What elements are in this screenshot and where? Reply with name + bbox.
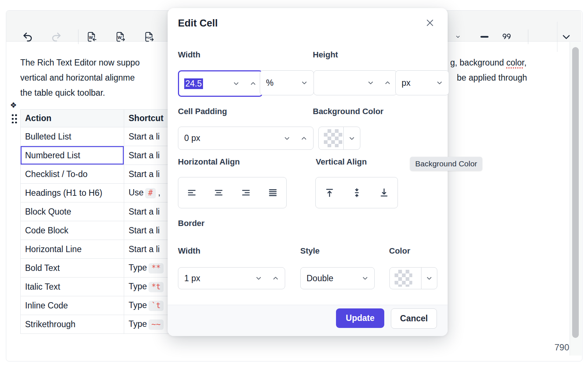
shortcut-code-chip: # <box>145 188 156 198</box>
decrement-icon[interactable] <box>255 275 262 282</box>
chevron-down-icon <box>349 135 355 142</box>
border-style-value: Double <box>307 273 333 283</box>
height-label: Height <box>313 50 338 60</box>
rich-text-editor-app: W W PDF <box>0 0 588 371</box>
cell-action[interactable]: Strikethrough <box>21 315 124 334</box>
shortcut-text: Start a li <box>129 169 160 179</box>
border-width-label: Width <box>178 246 200 256</box>
shortcut-text: Use <box>129 188 144 197</box>
increment-icon[interactable] <box>250 80 256 87</box>
import-word-button[interactable]: W <box>81 26 102 47</box>
align-right-icon[interactable] <box>241 188 251 198</box>
export-pdf-icon: PDF <box>143 31 155 43</box>
valign-middle-icon[interactable] <box>352 188 362 198</box>
chevron-down-icon <box>560 31 572 43</box>
horizontal-align-label: Horizontal Align <box>178 157 240 167</box>
width-unit-value: % <box>266 78 273 88</box>
svg-text:W: W <box>118 35 122 40</box>
column-header-action[interactable]: Action <box>21 110 124 127</box>
chevron-down-icon <box>362 275 368 282</box>
blockquote-icon <box>501 31 513 43</box>
word-count: 790 <box>523 342 569 353</box>
decrement-icon[interactable] <box>233 80 239 87</box>
height-unit-value: px <box>402 78 410 88</box>
text-run: g, background <box>450 58 506 67</box>
cell-action[interactable]: Block Quote <box>21 202 124 221</box>
export-pdf-button[interactable]: PDF <box>139 26 159 47</box>
chevron-down-icon <box>301 80 308 86</box>
shortcut-text: Type <box>129 282 147 291</box>
color-dropdown-arrow[interactable] <box>421 275 437 282</box>
export-word-button[interactable]: W <box>110 26 130 47</box>
cell-padding-label: Cell Padding <box>178 107 227 116</box>
transparent-swatch[interactable] <box>324 129 342 147</box>
redo-button[interactable] <box>46 26 67 47</box>
chevron-down-icon <box>455 34 461 40</box>
shortcut-text: Type <box>129 319 147 329</box>
increment-icon[interactable] <box>301 135 307 142</box>
border-heading: Border <box>178 219 204 228</box>
toolbar-separator <box>78 29 78 44</box>
width-unit-dropdown[interactable]: % <box>260 70 314 95</box>
align-justify-icon[interactable] <box>268 188 278 198</box>
shortcut-code-chip: *t <box>148 282 164 292</box>
width-spinner[interactable]: 24.5 <box>178 70 263 97</box>
blockquote-button[interactable] <box>497 26 518 47</box>
import-word-icon: W <box>85 31 97 43</box>
scrollbar-thumb[interactable] <box>572 47 579 338</box>
svg-text:PDF: PDF <box>146 36 151 39</box>
undo-button[interactable] <box>17 26 38 47</box>
cell-action[interactable]: Italic Text <box>21 278 124 296</box>
border-style-label: Style <box>300 246 320 256</box>
table-move-icon[interactable]: ❖ <box>10 101 17 110</box>
transparent-swatch[interactable] <box>395 270 412 287</box>
shortcut-text: Start a li <box>129 207 160 216</box>
height-unit-dropdown[interactable]: px <box>395 70 449 95</box>
cell-action[interactable]: Code Block <box>21 221 124 240</box>
cell-action-selected[interactable]: Numbered List <box>21 146 124 165</box>
cell-action[interactable]: Bulleted List <box>21 127 124 146</box>
height-spinner[interactable] <box>314 70 397 95</box>
border-style-dropdown[interactable]: Double <box>300 267 375 289</box>
row-drag-handle-icon[interactable] <box>11 113 18 123</box>
dialog-close-button[interactable] <box>423 15 437 30</box>
cell-action[interactable]: Horizontal Line <box>21 240 124 259</box>
toolbar-separator <box>528 29 528 44</box>
background-color-label: Background Color <box>313 107 384 116</box>
cell-action[interactable]: Bold Text <box>21 259 124 278</box>
cancel-button[interactable]: Cancel <box>391 308 437 329</box>
horizontal-align-group <box>178 177 287 208</box>
update-button[interactable]: Update <box>336 308 384 328</box>
align-left-icon[interactable] <box>187 188 197 198</box>
shortcut-code-chip: ** <box>148 263 164 273</box>
decrement-icon[interactable] <box>284 135 290 142</box>
increment-icon[interactable] <box>384 80 391 86</box>
text-run: , <box>524 58 526 67</box>
cell-action[interactable]: Inline Code <box>21 296 124 315</box>
cell-action[interactable]: Checklist / To-do <box>21 165 124 184</box>
cell-action[interactable]: Headings (H1 to H6) <box>21 184 124 202</box>
border-color-picker[interactable] <box>389 267 437 289</box>
paragraph-line3: the table quick toolbar. <box>20 88 105 98</box>
horizontal-line-icon <box>479 31 490 43</box>
spellcheck-word: color <box>506 58 524 67</box>
shortcut-text: Start a li <box>129 244 160 254</box>
background-color-picker[interactable] <box>318 127 360 150</box>
shortcut-text: Start a li <box>129 132 160 141</box>
cell-padding-spinner[interactable]: 0 px <box>178 127 314 150</box>
shortcut-code-chip: `t <box>148 301 164 311</box>
shortcut-text: Type <box>129 263 147 272</box>
border-width-spinner[interactable]: 1 px <box>178 267 285 289</box>
color-dropdown-arrow[interactable] <box>344 135 360 142</box>
shortcut-text: Start a li <box>129 151 160 160</box>
horizontal-line-button[interactable] <box>474 26 495 47</box>
valign-bottom-icon[interactable] <box>379 188 389 198</box>
valign-top-icon[interactable] <box>325 188 335 198</box>
shortcut-code-chip: ~~ <box>148 319 164 330</box>
chevron-down-icon <box>436 80 443 86</box>
decrement-icon[interactable] <box>367 80 374 86</box>
dropdown-partial-button[interactable] <box>448 26 468 47</box>
increment-icon[interactable] <box>272 275 279 282</box>
dialog-title: Edit Cell <box>178 18 218 29</box>
align-center-icon[interactable] <box>214 188 224 198</box>
